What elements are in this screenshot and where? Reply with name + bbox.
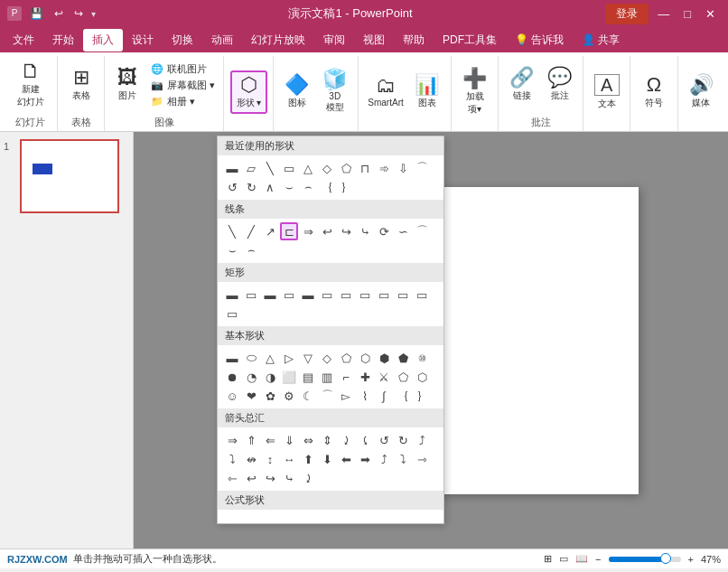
shape-item[interactable]: ⇓ [280, 431, 298, 449]
shape-item[interactable]: ⟳ [375, 222, 393, 240]
screenshot-button[interactable]: 📷 屏幕截图 ▾ [147, 78, 219, 93]
redo-icon[interactable]: ↪ [71, 5, 86, 22]
shape-item[interactable]: ▭ [413, 286, 431, 304]
shape-item[interactable]: + [223, 513, 241, 516]
shape-item[interactable]: ⊓ [356, 159, 374, 177]
menu-slideshow[interactable]: 幻灯片放映 [242, 29, 314, 52]
shape-item[interactable]: ⌢ [242, 241, 260, 259]
shape-item[interactable]: ➾ [375, 159, 393, 177]
shape-item[interactable]: ｛ [394, 387, 412, 405]
shape-item[interactable]: ╱ [242, 222, 260, 240]
menu-insert[interactable]: 插入 [83, 29, 123, 52]
shape-item[interactable]: ÷ [280, 513, 298, 516]
zoom-in-button[interactable]: + [688, 554, 694, 565]
shape-item[interactable]: × [261, 513, 279, 516]
shape-item-selected[interactable]: ⊏ [280, 222, 298, 240]
shape-item[interactable]: ⬠ [337, 349, 355, 367]
shape-item[interactable]: − [242, 513, 260, 516]
view-slide-icon[interactable]: ▭ [559, 553, 568, 565]
shape-item[interactable]: ▬ [299, 286, 317, 304]
shape-item[interactable]: ⬠ [337, 159, 355, 177]
shape-item[interactable]: ↕ [261, 450, 279, 468]
shape-item[interactable]: ▱ [242, 159, 260, 177]
shape-item[interactable]: △ [299, 159, 317, 177]
shape-item[interactable]: ⌐ [337, 368, 355, 386]
shape-item[interactable]: ▭ [223, 305, 241, 323]
shape-item[interactable]: ⬠ [394, 368, 412, 386]
shape-item[interactable]: ⤷ [356, 222, 374, 240]
shape-item[interactable]: ⇾ [413, 450, 431, 468]
shape-item[interactable]: ⌣ [223, 241, 241, 259]
shape-item[interactable]: ▥ [318, 368, 336, 386]
shape-item[interactable]: ↗ [261, 222, 279, 240]
slide-thumbnail[interactable] [20, 139, 119, 213]
view-normal-icon[interactable]: ⊞ [544, 553, 552, 565]
icons-button[interactable]: 🔷 图标 [279, 72, 315, 112]
shape-item[interactable]: ⬭ [242, 349, 260, 367]
album-button[interactable]: 📁 相册 ▾ [147, 94, 219, 109]
shape-item[interactable]: ⤴ [375, 450, 393, 468]
shape-item[interactable]: ▭ [356, 286, 374, 304]
shape-item[interactable]: ⤵ [394, 450, 412, 468]
menu-share[interactable]: 👤共享 [573, 29, 629, 52]
shape-item[interactable]: ⬟ [394, 349, 412, 367]
shape-item[interactable]: ⇑ [242, 431, 260, 449]
shape-item[interactable]: ⇒ [223, 431, 241, 449]
login-button[interactable]: 登录 [605, 4, 649, 24]
shape-item[interactable]: ⬡ [356, 349, 374, 367]
shapes-scroll[interactable]: 最近使用的形状 ▬ ▱ ╲ ▭ △ ◇ ⬠ ⊓ ➾ ⇩ ⌒ ↺ ↻ ∧ ⌣ ⌢ … [218, 136, 443, 516]
menu-view[interactable]: 视图 [354, 29, 394, 52]
shape-item[interactable]: ☺ [223, 387, 241, 405]
shape-item[interactable]: ⌣ [280, 178, 298, 196]
shape-item[interactable]: ✚ [356, 368, 374, 386]
shape-item[interactable]: ▭ [242, 286, 260, 304]
shape-item[interactable]: ▬ [223, 286, 241, 304]
shape-item[interactable]: ↩ [242, 469, 260, 487]
symbol-button[interactable]: Ω 符号 [636, 72, 672, 112]
zoom-out-button[interactable]: − [595, 554, 601, 565]
new-slide-button[interactable]: 🗋 新建幻灯片 [13, 59, 49, 111]
shape-item[interactable]: ↻ [242, 178, 260, 196]
shape-item[interactable]: ☾ [299, 387, 317, 405]
shape-item[interactable]: ｝ [337, 178, 355, 196]
zoom-slider[interactable] [609, 557, 681, 562]
online-picture-button[interactable]: 🌐 联机图片 [147, 61, 219, 77]
shape-item[interactable]: ⬆ [299, 450, 317, 468]
shape-item[interactable]: ⌇ [356, 387, 374, 405]
textbox-button[interactable]: A 文本 [589, 71, 625, 113]
shape-item[interactable]: ⤸ [299, 469, 317, 487]
shape-item[interactable]: ◑ [261, 368, 279, 386]
shape-item[interactable]: ↩ [318, 222, 336, 240]
link-button[interactable]: 🔗 链接 [504, 65, 540, 105]
menu-review[interactable]: 审阅 [314, 29, 354, 52]
menu-help[interactable]: 帮助 [394, 29, 434, 52]
undo-icon[interactable]: ↩ [51, 5, 66, 22]
shape-item[interactable]: ∧ [261, 178, 279, 196]
shape-item[interactable]: ⤴ [413, 431, 431, 449]
3d-models-button[interactable]: 🧊 3D模型 [317, 67, 353, 117]
picture-button[interactable]: 🖼 图片 [109, 65, 145, 105]
shape-item[interactable]: ▻ [337, 387, 355, 405]
shape-item[interactable]: ◔ [242, 368, 260, 386]
addins-button[interactable]: ➕ 加载项▾ [457, 66, 493, 118]
shape-item[interactable]: ⤹ [356, 431, 374, 449]
shape-item[interactable]: ⬜ [280, 368, 298, 386]
shape-item[interactable]: ⬅ [337, 450, 355, 468]
shape-item[interactable]: ↮ [242, 450, 260, 468]
menu-transitions[interactable]: 切换 [163, 29, 202, 52]
shape-item[interactable]: ▷ [280, 349, 298, 367]
chart-button[interactable]: 📊 图表 [409, 72, 445, 112]
shape-item[interactable]: ↔ [280, 450, 298, 468]
shape-item[interactable]: ⇒ [299, 222, 317, 240]
shape-item[interactable]: ⇐ [261, 431, 279, 449]
shape-item[interactable]: ▭ [318, 286, 336, 304]
shape-item[interactable]: ▬ [261, 286, 279, 304]
shape-item[interactable]: ⇔ [299, 431, 317, 449]
menu-file[interactable]: 文件 [4, 29, 43, 52]
shape-item[interactable]: ▬ [223, 349, 241, 367]
shape-item[interactable]: ↪ [337, 222, 355, 240]
shape-item[interactable]: ↪ [261, 469, 279, 487]
shape-item[interactable]: ⏺ [223, 368, 241, 386]
zoom-handle[interactable] [660, 553, 671, 564]
shape-item[interactable]: ▭ [375, 286, 393, 304]
